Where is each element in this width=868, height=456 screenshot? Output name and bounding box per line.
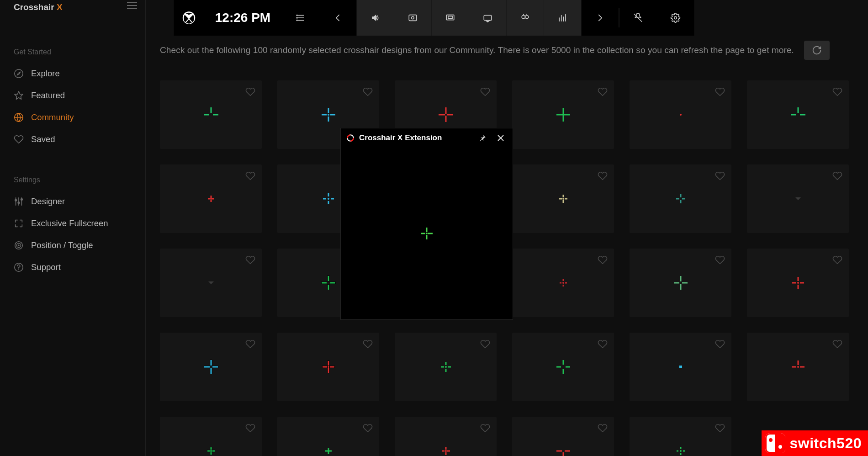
extension-logo-icon (346, 134, 355, 142)
crosshair-card[interactable] (395, 417, 497, 456)
svg-point-13 (21, 199, 23, 201)
favorite-button[interactable] (480, 339, 490, 349)
favorite-button[interactable] (715, 87, 725, 97)
crosshair-card[interactable] (160, 80, 262, 149)
crosshair-card[interactable] (630, 333, 731, 401)
extension-window[interactable]: Crosshair X Extension (340, 128, 513, 320)
crosshair-card[interactable] (512, 164, 614, 233)
favorite-button[interactable] (715, 423, 725, 433)
capture-button[interactable] (394, 0, 432, 36)
crosshair-card[interactable] (160, 417, 262, 456)
crosshair-preview (789, 274, 807, 292)
sidebar-item-designer[interactable]: Designer (14, 191, 132, 212)
crosshair-preview (319, 106, 338, 124)
extension-titlebar[interactable]: Crosshair X Extension (341, 128, 513, 148)
no-notifications-icon (633, 13, 643, 23)
crosshair-card[interactable] (512, 333, 614, 401)
crosshair-card[interactable] (747, 249, 849, 317)
svg-marker-5 (15, 91, 23, 99)
no-notifications-button[interactable] (619, 0, 657, 36)
favorite-button[interactable] (598, 87, 608, 97)
favorite-button[interactable] (245, 255, 255, 265)
crosshair-card[interactable] (512, 417, 614, 456)
favorite-button[interactable] (715, 339, 725, 349)
favorite-button[interactable] (832, 87, 842, 97)
favorite-button[interactable] (480, 87, 490, 97)
crosshair-card[interactable] (630, 80, 731, 149)
favorite-button[interactable] (715, 255, 725, 265)
favorite-button[interactable] (598, 339, 608, 349)
brand-title: Crosshair X (14, 0, 132, 12)
crosshair-card[interactable] (160, 333, 262, 401)
svg-point-31 (522, 16, 525, 19)
crosshair-preview (672, 274, 690, 292)
crosshair-card[interactable] (512, 80, 614, 149)
widgets-button[interactable] (432, 0, 469, 36)
crosshair-card[interactable] (395, 333, 497, 401)
favorite-button[interactable] (363, 339, 373, 349)
sidebar-item-label: Community (31, 112, 74, 122)
crosshair-card[interactable] (747, 80, 849, 149)
sidebar-item-explorer[interactable]: Explore (14, 63, 132, 85)
favorite-button[interactable] (480, 423, 490, 433)
looking-for-group-button[interactable] (507, 0, 544, 36)
favorite-button[interactable] (832, 255, 842, 265)
crosshair-card[interactable] (630, 164, 731, 233)
sidebar-item-featured[interactable]: Featured (14, 85, 132, 106)
svg-point-27 (412, 16, 414, 19)
favorite-button[interactable] (363, 423, 373, 433)
crosshair-preview (437, 358, 455, 376)
favorite-button[interactable] (715, 171, 725, 181)
favorite-button[interactable] (245, 423, 255, 433)
favorite-button[interactable] (598, 171, 608, 181)
svg-marker-4 (17, 72, 20, 75)
crosshair-card[interactable] (747, 164, 849, 233)
sidebar-section-label: Settings (14, 176, 132, 184)
target-icon (14, 240, 24, 250)
xbox-social-button[interactable] (469, 0, 507, 36)
sidebar-item-position[interactable]: Position / Toggle (14, 234, 132, 256)
chevron-right-button[interactable] (582, 0, 619, 36)
favorite-button[interactable] (245, 339, 255, 349)
svg-rect-28 (446, 15, 454, 20)
list-button[interactable] (282, 0, 319, 36)
extension-title: Crosshair X Extension (359, 133, 442, 143)
crosshair-card[interactable] (630, 249, 731, 317)
crosshair-card[interactable] (160, 164, 262, 233)
chevron-left-button[interactable] (319, 0, 357, 36)
favorite-button[interactable] (832, 339, 842, 349)
crosshair-card[interactable] (277, 333, 379, 401)
crosshair-card[interactable] (630, 417, 731, 456)
favorite-button[interactable] (598, 255, 608, 265)
sidebar-divider (145, 0, 146, 456)
svg-point-3 (15, 69, 23, 78)
crosshair-preview (672, 106, 690, 124)
xbox-social-icon (483, 13, 493, 23)
crosshair-card[interactable] (747, 333, 849, 401)
sidebar-item-support[interactable]: Support (14, 256, 132, 278)
favorite-button[interactable] (598, 423, 608, 433)
list-icon (296, 13, 306, 23)
sidebar-item-label: Exclusive Fullscreen (31, 218, 108, 228)
close-icon[interactable] (492, 129, 510, 147)
refresh-button[interactable] (804, 41, 830, 60)
sidebar-item-label: Explore (31, 69, 60, 79)
favorite-button[interactable] (832, 171, 842, 181)
favorite-button[interactable] (363, 87, 373, 97)
crosshair-card[interactable] (277, 417, 379, 456)
favorite-button[interactable] (245, 87, 255, 97)
sidebar-item-fullscreen[interactable]: Exclusive Fullscreen (14, 212, 132, 234)
looking-for-group-icon (520, 13, 530, 23)
audio-button[interactable] (357, 0, 394, 36)
performance-button[interactable] (544, 0, 582, 36)
crosshair-card[interactable] (512, 249, 614, 317)
sidebar-item-community[interactable]: Community (14, 106, 132, 128)
xbox-button[interactable] (174, 0, 204, 36)
sidebar-item-saved[interactable]: Saved (14, 128, 132, 150)
favorite-button[interactable] (245, 171, 255, 181)
settings-button[interactable] (657, 0, 694, 36)
crosshair-card[interactable] (160, 249, 262, 317)
pin-icon[interactable] (473, 129, 492, 147)
crosshair-preview (672, 442, 690, 456)
hamburger-icon[interactable] (127, 2, 137, 9)
